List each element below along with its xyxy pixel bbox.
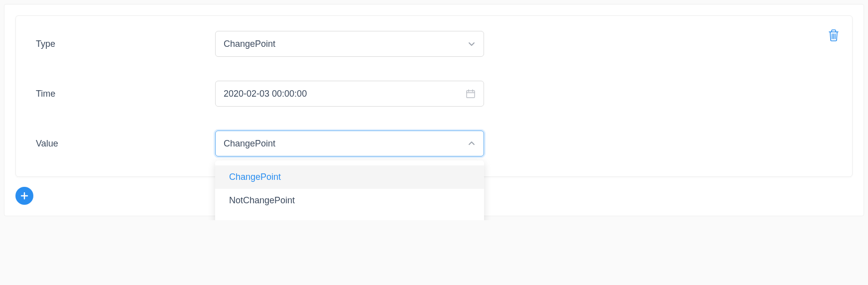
type-row: Type ChangePoint xyxy=(36,31,832,57)
form-panel: Type ChangePoint Time 2020-02-03 00:00:0… xyxy=(4,4,864,216)
time-control: 2020-02-03 00:00:00 xyxy=(215,81,484,107)
type-control: ChangePoint xyxy=(215,31,484,57)
time-input[interactable]: 2020-02-03 00:00:00 xyxy=(215,81,484,107)
time-label: Time xyxy=(36,89,215,99)
type-label: Type xyxy=(36,39,215,49)
svg-rect-0 xyxy=(467,91,475,98)
value-select-value: ChangePoint xyxy=(224,139,275,149)
add-button[interactable] xyxy=(15,187,33,205)
calendar-icon xyxy=(466,89,476,99)
type-select-value: ChangePoint xyxy=(224,39,275,49)
value-row: Value ChangePoint ChangePoint NotChangeP… xyxy=(36,131,832,156)
value-option-notchangepoint[interactable]: NotChangePoint xyxy=(215,189,484,212)
value-select[interactable]: ChangePoint xyxy=(215,131,484,156)
plus-icon xyxy=(19,191,29,201)
form-card: Type ChangePoint Time 2020-02-03 00:00:0… xyxy=(15,15,853,177)
trash-icon xyxy=(828,29,839,42)
value-dropdown: ChangePoint NotChangePoint AutoDetect xyxy=(215,160,484,220)
chevron-down-icon xyxy=(468,40,476,48)
chevron-up-icon xyxy=(468,140,476,147)
value-label: Value xyxy=(36,139,215,149)
value-option-autodetect[interactable]: AutoDetect xyxy=(215,212,484,220)
delete-button[interactable] xyxy=(826,27,841,44)
type-select[interactable]: ChangePoint xyxy=(215,31,484,57)
value-control: ChangePoint ChangePoint NotChangePoint A… xyxy=(215,131,484,156)
value-option-changepoint[interactable]: ChangePoint xyxy=(215,165,484,189)
time-row: Time 2020-02-03 00:00:00 xyxy=(36,81,832,107)
time-input-value: 2020-02-03 00:00:00 xyxy=(224,89,307,99)
